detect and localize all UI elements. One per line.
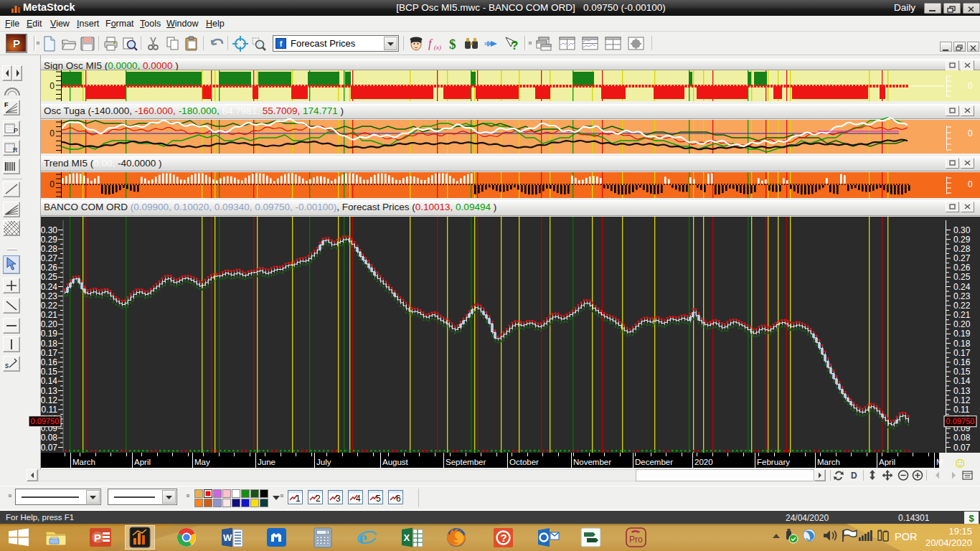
svg-text:0.15: 0.15 (41, 367, 58, 377)
svg-text:April: April (879, 458, 895, 466)
svg-text:0.22: 0.22 (41, 301, 58, 311)
svg-text:e: e (359, 527, 367, 548)
svg-text:May: May (194, 458, 210, 466)
svg-text:0.21: 0.21 (41, 310, 58, 320)
svg-text:0: 0 (326, 530, 328, 534)
svg-text:2: 2 (316, 494, 321, 504)
svg-text:0: 0 (968, 128, 973, 138)
svg-text:0.26: 0.26 (953, 263, 971, 273)
svg-text:0.23: 0.23 (41, 291, 58, 301)
svg-text:0.14: 0.14 (953, 376, 971, 386)
svg-text:0.12: 0.12 (41, 395, 58, 405)
svg-text:September: September (446, 458, 486, 466)
svg-text:3: 3 (336, 494, 341, 504)
svg-text:0.13: 0.13 (41, 386, 58, 396)
svg-text:0.28: 0.28 (953, 244, 971, 254)
svg-text:July: July (316, 458, 331, 466)
svg-text:0: 0 (968, 179, 973, 189)
svg-text:0.07: 0.07 (953, 443, 971, 453)
svg-text:0: 0 (50, 179, 55, 189)
svg-text:0: 0 (50, 81, 55, 91)
svg-text:0.25: 0.25 (41, 272, 58, 282)
svg-text:August: August (382, 458, 409, 466)
svg-text:December: December (635, 458, 673, 466)
svg-text:0.29: 0.29 (953, 235, 971, 245)
svg-text:0.29: 0.29 (41, 235, 58, 245)
svg-text:0.24: 0.24 (41, 282, 58, 292)
svg-text:0.11: 0.11 (42, 405, 58, 415)
svg-text:0.08: 0.08 (41, 433, 58, 443)
svg-text:M: M (936, 458, 943, 466)
svg-text:0.17: 0.17 (41, 348, 58, 358)
svg-text:0.09750: 0.09750 (31, 417, 60, 425)
svg-text:0.13: 0.13 (953, 386, 971, 396)
svg-text:0.16: 0.16 (953, 357, 971, 367)
svg-text:0.27: 0.27 (41, 253, 58, 263)
svg-text:0.15: 0.15 (953, 367, 971, 377)
svg-text:0.25: 0.25 (953, 272, 971, 282)
svg-text:0: 0 (50, 128, 55, 138)
svg-text:March: March (72, 458, 95, 466)
svg-text:Pro: Pro (629, 534, 643, 545)
svg-text:0.08: 0.08 (953, 433, 971, 443)
svg-text:0.09750: 0.09750 (946, 417, 975, 425)
svg-text:0.28: 0.28 (41, 244, 58, 254)
svg-text:November: November (573, 458, 611, 466)
svg-text:6: 6 (396, 494, 401, 504)
svg-text:0.16: 0.16 (41, 357, 58, 367)
svg-text:2020: 2020 (694, 458, 713, 466)
svg-text:0.12: 0.12 (953, 395, 971, 405)
svg-text:0.19: 0.19 (41, 329, 58, 339)
svg-text:0.26: 0.26 (41, 263, 58, 273)
svg-text:0.18: 0.18 (41, 339, 58, 349)
svg-text:4: 4 (356, 494, 361, 504)
svg-text:0.07: 0.07 (41, 443, 58, 453)
svg-text:0.20: 0.20 (41, 319, 58, 329)
svg-text:0.23: 0.23 (953, 291, 971, 301)
svg-text:0.30: 0.30 (953, 225, 971, 235)
svg-text:0.27: 0.27 (953, 253, 971, 263)
svg-text:October: October (509, 458, 539, 466)
svg-text:0.14: 0.14 (41, 376, 58, 386)
svg-text:D: D (851, 471, 857, 481)
svg-text:0.17: 0.17 (953, 348, 971, 358)
svg-text:February: February (757, 458, 790, 466)
svg-text:0.20: 0.20 (953, 319, 971, 329)
svg-text:June: June (258, 458, 275, 466)
svg-text:March: March (817, 458, 840, 466)
svg-text:W: W (223, 532, 232, 543)
svg-text:0.18: 0.18 (953, 339, 971, 349)
svg-text:0.24: 0.24 (953, 282, 971, 292)
svg-text:?: ? (501, 532, 507, 544)
svg-text:0.19: 0.19 (953, 329, 971, 339)
svg-text:April: April (134, 458, 151, 466)
svg-text:P: P (94, 532, 101, 544)
svg-text:1: 1 (296, 494, 301, 504)
svg-text:5: 5 (376, 494, 381, 504)
svg-text:0.11: 0.11 (953, 405, 970, 415)
svg-text:0.30: 0.30 (41, 225, 58, 235)
svg-text:0: 0 (968, 81, 973, 91)
svg-text:0.22: 0.22 (953, 301, 971, 311)
svg-text:0.21: 0.21 (953, 310, 971, 320)
svg-text:X: X (404, 532, 410, 543)
